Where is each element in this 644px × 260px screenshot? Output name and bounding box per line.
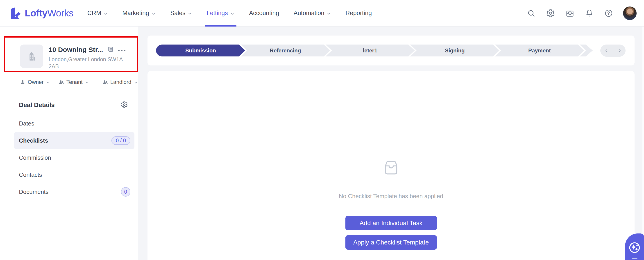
menu-item-label: Documents (19, 189, 49, 196)
people-icon (102, 79, 108, 85)
sidebar-item-commission[interactable]: Commission (14, 149, 134, 166)
gear-icon[interactable] (545, 8, 556, 18)
page-body: 10 Downing Str... London,Greater London … (0, 26, 644, 260)
property-thumbnail (20, 44, 43, 68)
gear-icon[interactable] (121, 101, 128, 109)
brand-logo[interactable]: LoftyWorks (9, 7, 74, 19)
deal-sidebar-menu: Dates Checklists 0 / 0 Commission Contac… (14, 115, 134, 200)
chevron-left-icon (604, 48, 609, 53)
deal-details-header: Deal Details (0, 101, 138, 109)
chevron-down-icon (133, 80, 138, 85)
person-icon (20, 79, 26, 85)
nav-item-crm[interactable]: CRM (87, 0, 108, 26)
landlord-dropdown[interactable]: Landlord (102, 79, 138, 85)
role-label: Landlord (110, 79, 131, 85)
checklist-content-card: No Checklist Template has been applied A… (148, 71, 634, 260)
building-icon (26, 51, 37, 61)
chevron-down-icon (151, 11, 156, 16)
nav-item-label: Accounting (249, 10, 279, 17)
role-label: Owner (28, 79, 44, 85)
property-title-row: 10 Downing Str... (49, 46, 126, 53)
nav-item-label: Lettings (206, 10, 228, 17)
avatar[interactable] (623, 6, 637, 20)
role-label: Tenant (66, 79, 83, 85)
stage-stepper-card: Submission Referencing leter1 Signing Pa… (148, 35, 634, 65)
nav-item-automation[interactable]: Automation (294, 0, 331, 26)
apply-checklist-template-button[interactable]: Apply a Checklist Template (346, 235, 437, 250)
step-signing[interactable]: Signing (410, 44, 500, 56)
deal-sidebar: 10 Downing Str... London,Greater London … (0, 26, 138, 260)
nav-item-label: Automation (294, 10, 324, 17)
roles-row: Owner Tenant Landlord (20, 79, 138, 85)
stepper-next-button[interactable] (613, 44, 626, 57)
owner-dropdown[interactable]: Owner (20, 79, 51, 85)
menu-item-label: Commission (19, 154, 51, 161)
more-options-icon[interactable] (118, 48, 126, 51)
tenant-dropdown[interactable]: Tenant (58, 79, 90, 85)
chevron-down-icon (326, 11, 331, 16)
loftyworks-logo-icon (9, 7, 22, 19)
nav-item-reporting[interactable]: Reporting (346, 0, 372, 26)
empty-state-message: No Checklist Template has been applied (148, 193, 634, 200)
main-nav: CRM Marketing Sales Lettings Accounting … (87, 0, 372, 26)
checklists-count-badge: 0 / 0 (112, 136, 130, 145)
people-icon (58, 79, 64, 85)
nav-item-accounting[interactable]: Accounting (249, 0, 279, 26)
nav-item-label: Marketing (122, 10, 149, 17)
deal-details-title: Deal Details (19, 101, 55, 109)
nav-item-marketing[interactable]: Marketing (122, 0, 156, 26)
stepper-pager (600, 44, 626, 57)
document-icon[interactable] (107, 46, 114, 53)
chevron-down-icon (85, 80, 90, 85)
active-nav-underline (205, 25, 236, 26)
brand-name: LoftyWorks (25, 8, 74, 19)
search-icon[interactable] (526, 8, 536, 18)
chevron-right-icon (617, 48, 622, 53)
nav-item-sales[interactable]: Sales (170, 0, 192, 26)
sidebar-item-documents[interactable]: Documents 0 (14, 183, 134, 200)
brand-name-light: Works (47, 8, 74, 18)
empty-inbox-icon (382, 159, 400, 177)
property-info: 10 Downing Str... London,Greater London … (49, 44, 126, 70)
scrollbar-track[interactable] (642, 26, 644, 260)
stage-stepper: Submission Referencing leter1 Signing Pa… (156, 44, 593, 56)
step-referencing[interactable]: Referencing (241, 44, 330, 56)
chevron-down-icon (188, 11, 192, 16)
help-icon[interactable]: ? (604, 8, 614, 18)
step-leter1[interactable]: leter1 (326, 44, 414, 56)
chevron-down-icon (46, 80, 51, 85)
brand-name-bold: Lofty (25, 8, 47, 18)
chevron-down-icon (230, 11, 235, 16)
nav-item-label: CRM (87, 10, 101, 17)
menu-item-label: Contacts (19, 171, 42, 178)
step-submission[interactable]: Submission (156, 44, 245, 56)
sidebar-item-checklists[interactable]: Checklists 0 / 0 (14, 132, 134, 149)
sidebar-item-dates[interactable]: Dates (14, 115, 134, 132)
nav-item-lettings[interactable]: Lettings (206, 0, 235, 26)
top-navbar: LoftyWorks CRM Marketing Sales Lettings … (0, 0, 644, 26)
step-payment[interactable]: Payment (495, 44, 584, 56)
inbox-icon[interactable] (565, 8, 575, 18)
checklist-empty-state: No Checklist Template has been applied A… (148, 71, 634, 250)
documents-count-badge: 0 (121, 187, 130, 197)
menu-item-label: Dates (19, 120, 34, 127)
fab-dash (632, 259, 638, 259)
sparkle-icon (628, 241, 642, 255)
chevron-down-icon (103, 11, 108, 16)
sidebar-divider (17, 93, 138, 93)
menu-item-label: Checklists (19, 137, 48, 144)
navbar-right-icons: ? (526, 6, 637, 20)
add-individual-task-button[interactable]: Add an Individual Task (346, 216, 437, 230)
nav-item-label: Reporting (346, 10, 372, 17)
sidebar-item-contacts[interactable]: Contacts (14, 166, 134, 183)
property-title: 10 Downing Str... (49, 46, 103, 53)
question-mark-glyph: ? (607, 10, 610, 16)
property-card: 10 Downing Str... London,Greater London … (20, 44, 138, 70)
property-address: London,Greater London SW1A 2AB (49, 56, 123, 70)
bell-icon[interactable] (584, 8, 594, 18)
nav-item-label: Sales (170, 10, 186, 17)
stepper-prev-button[interactable] (600, 44, 613, 57)
